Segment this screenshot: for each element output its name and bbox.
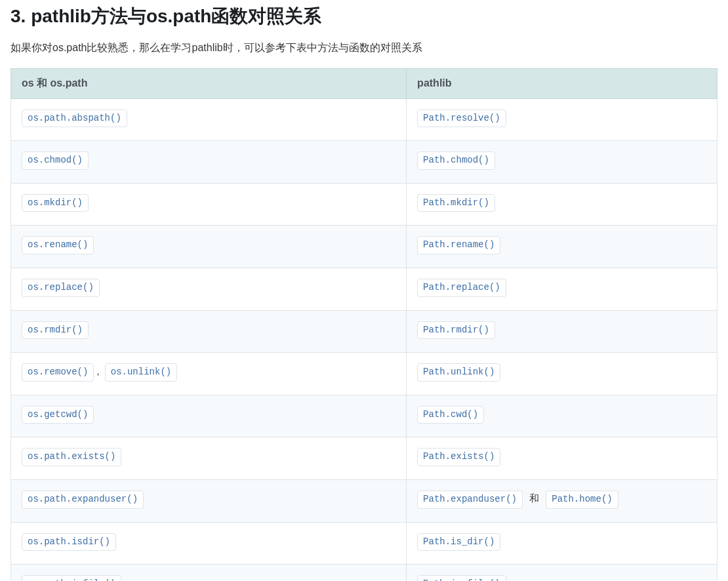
- api-reference[interactable]: Path.home(): [546, 491, 618, 509]
- table-cell: Path.is_file(): [407, 565, 718, 581]
- table-cell: Path.mkdir(): [407, 183, 718, 226]
- api-reference[interactable]: Path.replace(): [417, 279, 506, 297]
- table-cell: os.chmod(): [11, 141, 407, 184]
- separator-comma: ,: [96, 365, 102, 376]
- table-cell: Path.expanduser() 和 Path.home(): [407, 479, 718, 522]
- intro-paragraph: 如果你对os.path比较熟悉，那么在学习pathlib时，可以参考下表中方法与…: [10, 39, 718, 56]
- api-reference[interactable]: Path.chmod(): [417, 151, 495, 170]
- table-cell: Path.is_dir(): [407, 522, 718, 565]
- table-cell: Path.chmod(): [407, 141, 718, 184]
- api-reference[interactable]: os.remove(): [22, 363, 94, 382]
- api-reference[interactable]: Path.is_dir(): [417, 533, 500, 551]
- api-reference[interactable]: os.rmdir(): [22, 321, 89, 340]
- table-cell: os.path.expanduser(): [11, 479, 407, 522]
- api-reference[interactable]: os.rename(): [22, 236, 94, 254]
- table-row: os.remove(), os.unlink()Path.unlink(): [11, 353, 718, 395]
- api-reference[interactable]: Path.unlink(): [417, 363, 500, 382]
- table-cell: os.path.exists(): [11, 437, 407, 480]
- table-cell: Path.unlink(): [407, 353, 718, 395]
- api-reference[interactable]: os.getcwd(): [22, 406, 94, 424]
- api-reference[interactable]: os.unlink(): [105, 363, 177, 382]
- api-reference[interactable]: os.chmod(): [22, 151, 89, 170]
- table-cell: os.mkdir(): [11, 183, 407, 226]
- api-reference[interactable]: os.path.expanduser(): [22, 491, 144, 509]
- table-cell: Path.rmdir(): [407, 310, 718, 353]
- table-cell: Path.replace(): [407, 268, 718, 310]
- api-reference[interactable]: os.mkdir(): [22, 194, 89, 212]
- table-header-left: os 和 os.path: [11, 68, 407, 98]
- table-row: os.mkdir()Path.mkdir(): [11, 183, 718, 226]
- table-row: os.rename()Path.rename(): [11, 226, 718, 268]
- api-reference[interactable]: Path.rename(): [417, 236, 500, 254]
- api-reference[interactable]: Path.cwd(): [417, 406, 484, 424]
- table-cell: os.remove(), os.unlink(): [11, 353, 407, 395]
- api-reference[interactable]: Path.exists(): [417, 448, 500, 466]
- api-reference[interactable]: os.path.exists(): [22, 448, 121, 466]
- table-cell: os.path.abspath(): [11, 98, 407, 141]
- table-cell: Path.exists(): [407, 437, 718, 480]
- table-row: os.path.exists()Path.exists(): [11, 437, 718, 480]
- table-header-right: pathlib: [407, 68, 718, 98]
- api-reference[interactable]: os.replace(): [22, 279, 100, 297]
- table-cell: Path.cwd(): [407, 395, 718, 437]
- table-row: os.path.isdir()Path.is_dir(): [11, 522, 718, 565]
- table-cell: os.getcwd(): [11, 395, 407, 437]
- table-row: os.chmod()Path.chmod(): [11, 141, 718, 184]
- api-reference[interactable]: Path.is_file(): [417, 575, 506, 581]
- conj-and: 和: [527, 492, 542, 504]
- comparison-table: os 和 os.path pathlib os.path.abspath()Pa…: [10, 68, 718, 581]
- table-cell: os.replace(): [11, 268, 407, 310]
- table-cell: os.path.isdir(): [11, 522, 407, 565]
- table-cell: os.path.isfile(): [11, 565, 407, 581]
- table-row: os.getcwd()Path.cwd(): [11, 395, 718, 437]
- api-reference[interactable]: os.path.isdir(): [22, 533, 116, 551]
- table-row: os.replace()Path.replace(): [11, 268, 718, 310]
- section-heading: 3. pathlib方法与os.path函数对照关系: [10, 0, 718, 29]
- table-cell: Path.rename(): [407, 226, 718, 268]
- table-row: os.path.abspath()Path.resolve(): [11, 98, 718, 141]
- api-reference[interactable]: os.path.isfile(): [22, 575, 121, 581]
- api-reference[interactable]: Path.expanduser(): [417, 491, 523, 509]
- table-row: os.rmdir()Path.rmdir(): [11, 310, 718, 353]
- api-reference[interactable]: Path.rmdir(): [417, 321, 495, 340]
- table-cell: Path.resolve(): [407, 98, 718, 141]
- table-row: os.path.isfile()Path.is_file(): [11, 565, 718, 581]
- api-reference[interactable]: Path.resolve(): [417, 110, 506, 128]
- table-row: os.path.expanduser()Path.expanduser() 和 …: [11, 479, 718, 522]
- api-reference[interactable]: os.path.abspath(): [22, 110, 127, 128]
- api-reference[interactable]: Path.mkdir(): [417, 194, 495, 212]
- table-cell: os.rename(): [11, 226, 407, 268]
- table-cell: os.rmdir(): [11, 310, 407, 353]
